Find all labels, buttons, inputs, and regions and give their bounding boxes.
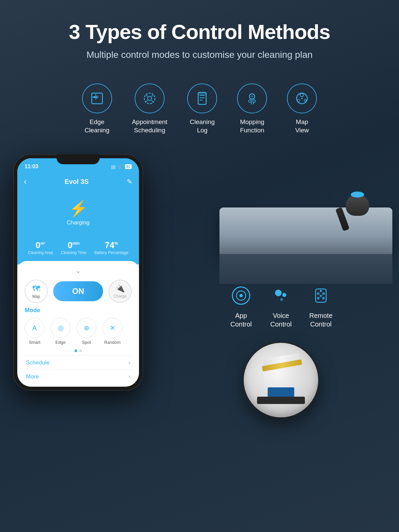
svg-point-34 bbox=[320, 290, 322, 292]
feature-mopping-function: Mopping Function bbox=[237, 83, 267, 134]
mode-random[interactable]: ✕ Random bbox=[102, 318, 122, 345]
main-title: 3 Types of Control Methods bbox=[13, 20, 386, 44]
table-surface bbox=[219, 207, 392, 254]
status-time: 11:03 bbox=[25, 164, 38, 170]
remote-control-label: Remote Control bbox=[309, 311, 332, 329]
edge-cleaning-icon bbox=[89, 90, 105, 106]
svg-point-28 bbox=[280, 298, 283, 301]
table-area bbox=[176, 148, 386, 274]
svg-point-5 bbox=[144, 93, 155, 104]
svg-point-15 bbox=[251, 95, 253, 97]
edge-cleaning-icon-circle bbox=[82, 83, 112, 113]
app-control-svg bbox=[231, 286, 251, 306]
cleaning-area-label: Cleaning Area bbox=[28, 250, 53, 255]
mode-edge-icon: ◎ bbox=[51, 318, 70, 338]
schedule-arrow-icon: › bbox=[128, 359, 130, 366]
on-button[interactable]: ON bbox=[53, 281, 103, 301]
svg-point-26 bbox=[275, 290, 282, 296]
mode-section-label: Mode bbox=[25, 307, 132, 314]
charging-area: ⚡ Charging bbox=[17, 190, 139, 237]
svg-point-25 bbox=[239, 294, 243, 297]
wifi-icon: 🔗 bbox=[118, 164, 123, 169]
schedule-label: Schedule bbox=[26, 359, 50, 366]
battery-label: Battery Percentage bbox=[94, 250, 128, 255]
svg-point-33 bbox=[322, 297, 325, 300]
cleaning-time-value: 0min bbox=[61, 240, 86, 250]
cleaning-time-label: Cleaning Time bbox=[61, 250, 86, 255]
more-nav[interactable]: More › bbox=[25, 369, 132, 383]
svg-point-2 bbox=[93, 96, 95, 98]
mode-row: A Smart ◎ Edge ⊕ Spot ✕ bbox=[25, 318, 132, 345]
feature-cleaning-log: Cleaning Log bbox=[187, 83, 217, 134]
status-icons: |||| 🔗 91 bbox=[111, 164, 132, 169]
feature-map-view: Map View bbox=[287, 83, 317, 134]
svg-rect-11 bbox=[198, 92, 206, 95]
phone-mockup: 11:03 |||| 🔗 91 ‹ Evol 3S ✎ ⚡ Charg bbox=[13, 154, 156, 418]
schedule-nav[interactable]: Schedule › bbox=[25, 355, 132, 369]
stat-battery: 74% Battery Percentage bbox=[94, 240, 128, 255]
mode-edge[interactable]: ◎ Edge bbox=[51, 318, 70, 345]
app-header: ‹ Evol 3S ✎ bbox=[17, 173, 139, 190]
mode-smart-label: Smart bbox=[29, 340, 41, 345]
panel-handle: ⌄ bbox=[25, 266, 132, 275]
svg-point-19 bbox=[300, 93, 304, 97]
stat-cleaning-area: 0m² Cleaning Area bbox=[28, 240, 53, 255]
svg-point-20 bbox=[297, 99, 300, 102]
mode-spot-label: Spot bbox=[82, 340, 91, 345]
map-button-label: Map bbox=[32, 294, 40, 299]
stat-cleaning-time: 0min Cleaning Time bbox=[61, 240, 86, 255]
remote-control-icon bbox=[309, 284, 332, 307]
charge-button-label: Charge bbox=[113, 294, 126, 299]
cleaning-log-icon-circle bbox=[187, 83, 217, 113]
map-view-icon bbox=[294, 90, 310, 106]
svg-point-32 bbox=[317, 297, 320, 300]
svg-point-30 bbox=[317, 292, 320, 295]
more-label: More bbox=[26, 373, 39, 380]
table-body bbox=[219, 254, 392, 284]
mopping-function-label: Mopping Function bbox=[240, 118, 264, 134]
charge-button-icon: 🔌 bbox=[116, 284, 125, 293]
robot-vacuum bbox=[243, 342, 319, 418]
edge-cleaning-label: Edge Cleaning bbox=[84, 118, 109, 134]
main-content: 11:03 |||| 🔗 91 ‹ Evol 3S ✎ ⚡ Charg bbox=[0, 141, 399, 418]
edit-button[interactable]: ✎ bbox=[127, 178, 132, 186]
svg-point-21 bbox=[304, 99, 306, 101]
cleaning-log-label: Cleaning Log bbox=[190, 118, 215, 134]
svg-point-14 bbox=[253, 100, 255, 102]
smart-speaker bbox=[346, 194, 369, 216]
remote-control-svg bbox=[311, 286, 331, 306]
map-button[interactable]: 🗺 Map bbox=[25, 280, 48, 303]
charging-bolt-icon: ⚡ bbox=[69, 200, 88, 217]
pagination-dots bbox=[25, 349, 132, 352]
control-app: App Control bbox=[229, 284, 253, 329]
mode-spot[interactable]: ⊕ Spot bbox=[76, 318, 96, 345]
control-remote: Remote Control bbox=[309, 284, 332, 329]
signal-icon: |||| bbox=[111, 164, 116, 169]
subtitle: Multiple control modes to customise your… bbox=[13, 50, 386, 60]
mode-spot-icon: ⊕ bbox=[76, 318, 96, 338]
charging-text: Charging bbox=[67, 219, 90, 226]
robot-blue-accent bbox=[268, 387, 294, 397]
mopping-function-icon bbox=[244, 90, 260, 106]
back-button[interactable]: ‹ bbox=[24, 177, 27, 186]
battery-value: 74% bbox=[94, 240, 128, 250]
mode-smart[interactable]: A Smart bbox=[25, 318, 45, 345]
white-panel: ⌄ 🗺 Map ON 🔌 Charge bbox=[17, 261, 139, 387]
mode-random-icon: ✕ bbox=[102, 318, 122, 338]
appointment-scheduling-label: Appointment Scheduling bbox=[132, 118, 168, 134]
appointment-scheduling-icon bbox=[142, 90, 158, 106]
dot-1 bbox=[74, 349, 77, 352]
phone-screen: 11:03 |||| 🔗 91 ‹ Evol 3S ✎ ⚡ Charg bbox=[17, 158, 139, 387]
robot-bottom-strip bbox=[257, 397, 305, 404]
voice-control-svg bbox=[271, 286, 291, 306]
map-view-label: Map View bbox=[295, 118, 309, 134]
battery-status-icon: 91 bbox=[125, 164, 132, 169]
phone-outer: 11:03 |||| 🔗 91 ‹ Evol 3S ✎ ⚡ Charg bbox=[13, 154, 143, 391]
cleaning-log-icon bbox=[194, 90, 210, 106]
svg-point-31 bbox=[322, 292, 325, 295]
feature-edge-cleaning: Edge Cleaning bbox=[82, 83, 112, 134]
right-panel: App Control Voice Control bbox=[156, 148, 386, 418]
mode-edge-label: Edge bbox=[56, 340, 66, 345]
features-row: Edge Cleaning Appointment Scheduling bbox=[0, 70, 399, 141]
charge-button[interactable]: 🔌 Charge bbox=[108, 280, 132, 303]
